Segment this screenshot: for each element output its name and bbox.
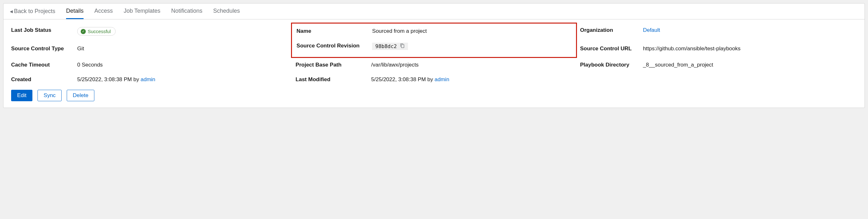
value-created: 5/25/2022, 3:08:38 PM by admin bbox=[77, 76, 288, 83]
field-project-base-path: Project Base Path /var/lib/awx/projects bbox=[296, 62, 572, 68]
sync-button[interactable]: Sync bbox=[37, 90, 62, 101]
status-text: Successful bbox=[88, 29, 111, 34]
label-created: Created bbox=[11, 76, 75, 83]
field-last-modified: Last Modified 5/25/2022, 3:08:38 PM by a… bbox=[296, 76, 572, 83]
empty-cell bbox=[580, 76, 857, 83]
value-organization: Default bbox=[643, 27, 857, 33]
created-by-word: by bbox=[133, 76, 139, 82]
value-last-job-status: ✓ Successful bbox=[77, 27, 288, 36]
created-datetime: 5/25/2022, 3:08:38 PM bbox=[77, 76, 132, 82]
label-last-job-status: Last Job Status bbox=[11, 27, 75, 33]
label-last-modified: Last Modified bbox=[296, 76, 369, 83]
revision-hash: 98b8dc2 bbox=[375, 43, 397, 49]
label-source-control-url: Source Control URL bbox=[580, 46, 641, 52]
value-source-control-url: https://github.com/ansible/test-playbook… bbox=[643, 46, 857, 52]
label-project-base-path: Project Base Path bbox=[296, 62, 369, 68]
tabs-bar: ◀ Back to Projects Details Access Job Te… bbox=[3, 3, 865, 20]
value-last-modified: 5/25/2022, 3:08:38 PM by admin bbox=[371, 76, 572, 83]
label-name: Name bbox=[297, 28, 370, 34]
field-organization: Organization Default bbox=[580, 27, 857, 37]
back-label: Back to Projects bbox=[14, 8, 55, 15]
revision-chip: 98b8dc2 bbox=[372, 43, 408, 50]
tab-job-templates[interactable]: Job Templates bbox=[124, 4, 160, 19]
value-playbook-directory: _8__sourced_from_a_project bbox=[643, 62, 857, 68]
field-source-control-type: Source Control Type Git bbox=[11, 46, 288, 53]
created-user-link[interactable]: admin bbox=[141, 76, 155, 82]
label-source-control-revision: Source Control Revision bbox=[297, 43, 370, 49]
value-name: Sourced from a project bbox=[372, 28, 571, 34]
value-source-control-type: Git bbox=[77, 46, 288, 52]
details-content: Last Job Status ✓ Successful Name Source… bbox=[3, 20, 865, 108]
field-source-control-url: Source Control URL https://github.com/an… bbox=[580, 46, 857, 53]
project-details-card: ◀ Back to Projects Details Access Job Te… bbox=[3, 3, 865, 108]
value-project-base-path: /var/lib/awx/projects bbox=[371, 62, 572, 68]
organization-link[interactable]: Default bbox=[643, 27, 660, 33]
field-cache-timeout: Cache Timeout 0 Seconds bbox=[11, 62, 288, 68]
caret-left-icon: ◀ bbox=[10, 9, 13, 14]
check-circle-icon: ✓ bbox=[81, 29, 86, 34]
field-last-job-status: Last Job Status ✓ Successful bbox=[11, 27, 288, 37]
tab-schedules[interactable]: Schedules bbox=[213, 4, 240, 19]
back-to-projects-link[interactable]: ◀ Back to Projects bbox=[10, 8, 55, 15]
highlight-box: Name Sourced from a project Source Contr… bbox=[291, 23, 577, 58]
copy-icon[interactable] bbox=[400, 43, 405, 49]
action-buttons: Edit Sync Delete bbox=[11, 90, 857, 101]
tab-access[interactable]: Access bbox=[94, 4, 113, 19]
field-source-control-revision: Source Control Revision 98b8dc2 bbox=[297, 43, 571, 50]
field-playbook-directory: Playbook Directory _8__sourced_from_a_pr… bbox=[580, 62, 857, 68]
tab-notifications[interactable]: Notifications bbox=[171, 4, 203, 19]
label-playbook-directory: Playbook Directory bbox=[580, 62, 641, 68]
details-grid: Last Job Status ✓ Successful Name Source… bbox=[11, 27, 857, 83]
modified-by-word: by bbox=[427, 76, 433, 82]
value-cache-timeout: 0 Seconds bbox=[77, 62, 288, 68]
edit-button[interactable]: Edit bbox=[11, 90, 32, 101]
label-organization: Organization bbox=[580, 27, 641, 33]
field-name: Name Sourced from a project bbox=[297, 28, 571, 34]
modified-datetime: 5/25/2022, 3:08:38 PM bbox=[371, 76, 426, 82]
highlighted-section: Name Sourced from a project Source Contr… bbox=[296, 27, 572, 53]
modified-user-link[interactable]: admin bbox=[435, 76, 449, 82]
value-source-control-revision: 98b8dc2 bbox=[372, 43, 571, 50]
status-badge[interactable]: ✓ Successful bbox=[77, 27, 116, 36]
label-cache-timeout: Cache Timeout bbox=[11, 62, 75, 68]
tab-details[interactable]: Details bbox=[66, 4, 84, 19]
field-created: Created 5/25/2022, 3:08:38 PM by admin bbox=[11, 76, 288, 83]
label-source-control-type: Source Control Type bbox=[11, 46, 75, 52]
delete-button[interactable]: Delete bbox=[67, 90, 94, 101]
